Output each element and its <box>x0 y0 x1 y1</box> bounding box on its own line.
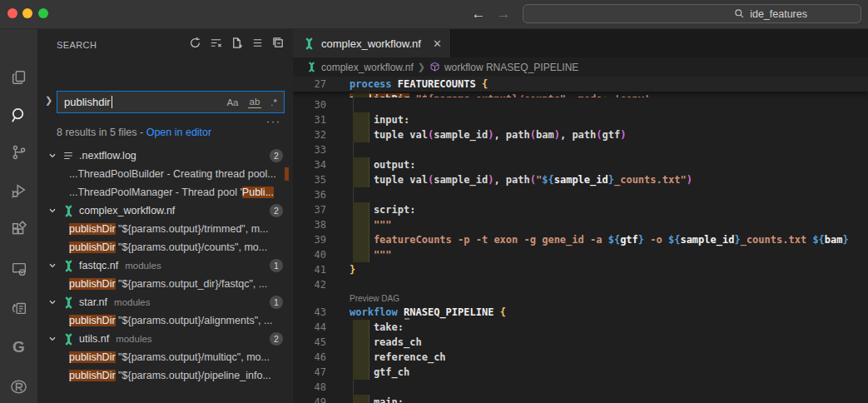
match-count-badge: 1 <box>270 259 283 272</box>
ide-window: ← → ide_features <box>0 0 868 403</box>
line-number: 34 <box>293 157 338 172</box>
code-line[interactable]: 36 <box>293 187 868 202</box>
code-line[interactable]: 44 take: <box>293 320 868 335</box>
code-token-interp: ${ <box>542 174 553 186</box>
remote-explorer-icon[interactable] <box>0 255 37 283</box>
match-highlight-edge <box>285 167 289 181</box>
code-line[interactable]: 40 """ <box>293 247 868 262</box>
extensions-icon[interactable] <box>0 216 37 244</box>
command-center-text: ide_features <box>750 8 807 20</box>
code-line[interactable]: 34 output: <box>293 157 868 172</box>
code-line[interactable]: 46 reference_ch <box>293 350 868 365</box>
r-language-icon[interactable] <box>0 372 37 401</box>
line-number: 40 <box>293 247 338 262</box>
code-token-paren: ( <box>596 129 602 141</box>
match-text: publishDir "${params.output}/trimmed", m… <box>69 223 269 235</box>
source-control-icon[interactable] <box>0 138 37 167</box>
code-token-kw: process <box>350 78 398 90</box>
codelens-preview-dag[interactable]: Preview DAG <box>293 292 868 305</box>
sticky-scroll-line[interactable]: 27process FEATURECOUNTS { <box>293 77 868 92</box>
minimize-window-button[interactable] <box>22 8 32 18</box>
code-line[interactable]: 45 reads_ch <box>293 335 868 350</box>
code-line-content: workflow RNASEQ_PIPELINE { <box>338 305 868 320</box>
search-input[interactable]: publishdir Aa ab .* <box>57 91 285 113</box>
code-line[interactable]: 37 script: <box>293 202 868 217</box>
breadcrumb-file[interactable]: complex_workflow.nf <box>321 62 414 73</box>
match-text: publishDir "${params.output}/pipeline_in… <box>69 370 271 381</box>
line-number: 45 <box>293 335 338 350</box>
line-number: 38 <box>293 217 338 232</box>
search-result-row[interactable]: publishDir "${params.output}/pipeline_in… <box>37 366 293 385</box>
search-file-row[interactable]: complex_workflow.nf2 <box>37 202 293 220</box>
search-result-row[interactable]: publishDir "${params.output}/trimmed", m… <box>37 220 293 238</box>
code-line-content <box>338 277 868 292</box>
nextflow-icon <box>62 296 75 309</box>
code-token-plain: bam <box>536 129 554 141</box>
close-tab-icon[interactable]: ✕ <box>433 37 442 50</box>
search-file-row[interactable]: .nextflow.log2 <box>37 147 293 165</box>
search-file-row[interactable]: fastqc.nfmodules1 <box>37 256 293 275</box>
gutter-range-highlight <box>353 202 370 217</box>
code-token-str: "${params.output}/counts", mode: 'copy' <box>409 93 650 97</box>
history-back-button[interactable]: ← <box>469 3 489 25</box>
search-result-row[interactable]: ...ThreadPoolBuilder - Creating thread p… <box>37 165 293 183</box>
collapse-all-icon[interactable] <box>271 36 285 49</box>
line-number: 36 <box>293 187 338 202</box>
refresh-icon[interactable] <box>188 36 201 49</box>
code-line-content: script: <box>338 202 868 217</box>
gitlens-icon[interactable]: G <box>0 333 37 361</box>
search-file-row[interactable]: utils.nfmodules2 <box>37 330 293 348</box>
search-result-row[interactable]: publishDir "${params.output}/alignments"… <box>37 311 293 330</box>
code-line[interactable]: 30 <box>293 97 868 112</box>
files-icon[interactable] <box>0 63 37 92</box>
code-line[interactable]: 47 gtf_ch <box>293 365 868 380</box>
code-line[interactable]: 39 featureCounts -p -t exon -g gene_id -… <box>293 232 868 247</box>
close-window-button[interactable] <box>7 8 17 18</box>
code-line[interactable]: 42 <box>293 277 868 292</box>
search-file-row[interactable]: star.nfmodules1 <box>37 293 293 311</box>
search-result-row[interactable]: publishDir "${params.output}/multiqc", m… <box>37 348 293 366</box>
search-result-row[interactable]: ...ThreadPoolManager - Thread pool 'Publ… <box>37 183 293 202</box>
code-area[interactable]: 27process FEATURECOUNTS { publishDir "${… <box>293 77 868 403</box>
code-line[interactable]: 38 """ <box>293 217 868 232</box>
history-forward-button[interactable]: → <box>494 3 513 25</box>
maximize-window-button[interactable] <box>38 8 48 18</box>
match-case-toggle[interactable]: Aa <box>225 97 240 108</box>
code-line[interactable]: 33 <box>293 142 868 157</box>
code-token-plain: , path <box>560 129 596 141</box>
clear-search-results-icon[interactable] <box>209 36 222 49</box>
code-line[interactable]: 49 main: <box>293 395 868 403</box>
code-line[interactable]: 41} <box>293 262 868 277</box>
code-token-var: bam <box>825 234 843 246</box>
code-token-plain: , path <box>494 129 529 141</box>
view-as-list-icon[interactable] <box>250 36 264 49</box>
command-center-search[interactable]: ide_features <box>523 4 861 23</box>
code-token-brace: { <box>500 306 506 318</box>
open-in-editor-link[interactable]: Open in editor <box>146 127 212 138</box>
tab-complex-workflow[interactable]: complex_workflow.nf ✕ <box>293 29 451 57</box>
chevron-down-icon[interactable] <box>47 152 57 160</box>
match-text: publishDir "${params.output}/alignments"… <box>69 315 272 326</box>
search-icon[interactable] <box>0 101 37 129</box>
breadcrumb-symbol[interactable]: workflow RNASEQ_PIPELINE <box>444 62 578 73</box>
code-token-plain: , path <box>494 174 529 186</box>
search-result-row[interactable]: publishDir "${params.output_dir}/fastqc"… <box>37 275 293 293</box>
regex-toggle[interactable]: .* <box>269 97 279 108</box>
search-result-row[interactable]: publishDir "${params.output}/counts", mo… <box>37 238 293 256</box>
toggle-replace-chevron-icon[interactable]: ❯ <box>45 95 52 106</box>
code-line[interactable]: 48 <box>293 380 868 395</box>
code-line[interactable]: 31 input: <box>293 112 868 127</box>
toggle-search-details[interactable]: ··· <box>266 116 281 127</box>
code-line-content: process FEATURECOUNTS { <box>338 77 868 92</box>
chevron-down-icon[interactable] <box>47 298 57 306</box>
whole-word-toggle[interactable]: ab <box>248 96 262 108</box>
chevron-down-icon[interactable] <box>47 335 57 343</box>
open-new-search-editor-icon[interactable] <box>230 36 243 49</box>
task-runner-icon[interactable] <box>0 294 37 322</box>
chevron-down-icon[interactable] <box>47 206 57 215</box>
code-line[interactable]: 32 tuple val(sample_id), path(bam), path… <box>293 127 868 142</box>
code-line[interactable]: 35 tuple val(sample_id), path("${sample_… <box>293 172 868 187</box>
run-debug-icon[interactable] <box>0 177 37 205</box>
chevron-down-icon[interactable] <box>47 261 57 270</box>
code-line[interactable]: 43workflow RNASEQ_PIPELINE { <box>293 305 868 320</box>
